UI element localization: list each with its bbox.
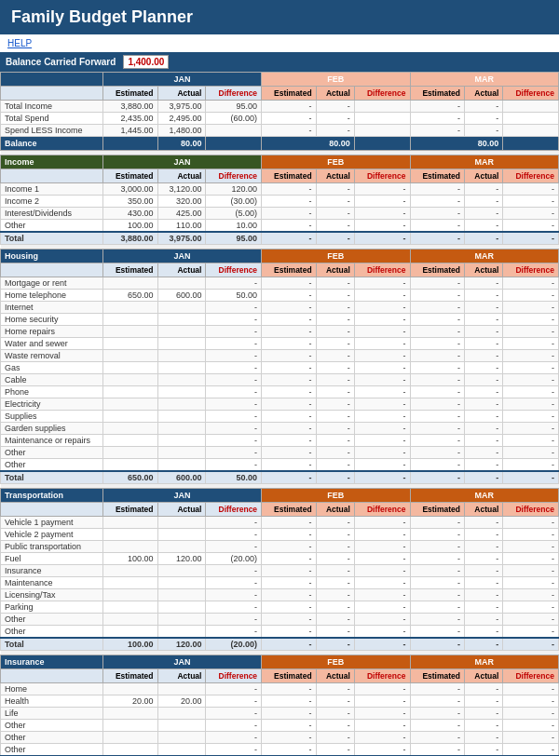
income-month-header: Income JAN FEB MAR	[1, 155, 559, 169]
transport-row: Vehicle 2 payment - - - - - - -	[1, 529, 559, 541]
housing-row: Phone - - - - - - -	[1, 386, 559, 398]
housing-row: Waste removal - - - - - - -	[1, 350, 559, 362]
transport-row: Maintenance - - - - - - -	[1, 577, 559, 589]
insurance-row: Home - - - - - - -	[1, 683, 559, 695]
housing-col-headers: Estimated Actual Difference Estimated Ac…	[1, 263, 559, 277]
summary-col-headers: Estimated Actual Difference Estimated Ac…	[1, 87, 559, 101]
housing-row: Home repairs - - - - - - -	[1, 326, 559, 338]
income-col-headers: Estimated Actual Difference Estimated Ac…	[1, 169, 559, 183]
insurance-row: Other - - - - - - -	[1, 744, 559, 757]
transport-row: Insurance - - - - - - -	[1, 565, 559, 577]
housing-row: Other - - - - - - -	[1, 459, 559, 472]
housing-row: Home security - - - - - - -	[1, 314, 559, 326]
summary-month-header: JAN FEB MAR	[1, 73, 559, 87]
balance-carried-label: Balance Carried Forward	[6, 57, 116, 67]
income-row: Interest/Dividends 430.00 425.00 (5.00) …	[1, 208, 559, 220]
insurance-month-header: Insurance JAN FEB MAR	[1, 655, 559, 669]
feb-act-header: Actual	[316, 87, 354, 101]
income-total-row: Total 3,880.00 3,975.00 95.00 - - - - - …	[1, 232, 559, 245]
income-row: Other 100.00 110.00 10.00 - - - - - -	[1, 220, 559, 233]
app-header: Family Budget Planner HELP	[0, 0, 559, 52]
housing-row: Garden supplies - - - - - - -	[1, 423, 559, 435]
balance-row: Balance 80.00 80.00 80.00	[1, 137, 559, 151]
housing-row: Mortgage or rent - - - - - - -	[1, 277, 559, 290]
housing-row: Gas - - - - - - -	[1, 362, 559, 374]
help-link[interactable]: HELP	[0, 34, 559, 52]
housing-row: Water and sewer - - - - - - -	[1, 338, 559, 350]
feb-diff-header: Difference	[354, 87, 410, 101]
insurance-row: Health 20.00 20.00 - - - - - - -	[1, 695, 559, 708]
summary-row: Total Income 3,880.00 3,975.00 95.00 - -…	[1, 101, 559, 113]
summary-row: Spend LESS Income 1,445.00 1,480.00 - - …	[1, 125, 559, 137]
jan-diff-header: Difference	[206, 87, 262, 101]
housing-section-label: Housing	[1, 250, 103, 263]
transport-row: Other - - - - - - -	[1, 614, 559, 626]
feb-header: FEB	[262, 73, 410, 87]
housing-row: Home telephone 650.00 600.00 50.00 - - -…	[1, 290, 559, 302]
transport-row: Parking - - - - - - -	[1, 601, 559, 614]
mar-header: MAR	[410, 73, 559, 87]
budget-table: JAN FEB MAR Estimated Actual Difference …	[0, 72, 559, 756]
balance-carried-value[interactable]: 1,400.00	[123, 55, 169, 69]
housing-row: Cable - - - - - - -	[1, 374, 559, 386]
transport-row: Public transportation - - - - - - -	[1, 541, 559, 553]
transport-total-row: Total 100.00 120.00 (20.00) - - - - - -	[1, 638, 559, 651]
transport-col-headers: Estimated Actual Difference Estimated Ac…	[1, 503, 559, 517]
income-jan-col: JAN	[103, 155, 262, 169]
income-row: Income 1 3,000.00 3,120.00 120.00 - - - …	[1, 183, 559, 196]
transport-month-header: Transportation JAN FEB MAR	[1, 489, 559, 503]
jan-header: JAN	[103, 73, 262, 87]
mar-est-header: Estimated	[410, 87, 465, 101]
insurance-section-label: Insurance	[1, 655, 103, 669]
housing-row: Other - - - - - - -	[1, 447, 559, 459]
transport-row: Fuel 100.00 120.00 (20.00) - - - - - -	[1, 553, 559, 565]
housing-row: Maintenance or repairs - - - - - - -	[1, 435, 559, 447]
feb-est-header: Estimated	[262, 87, 317, 101]
transport-row: Licensing/Tax - - - - - - -	[1, 589, 559, 601]
balance-carried-row: Balance Carried Forward 1,400.00	[0, 52, 559, 72]
income-section-label: Income	[1, 155, 103, 169]
mar-act-header: Actual	[465, 87, 503, 101]
income-row: Income 2 350.00 320.00 (30.00) - - - - -…	[1, 196, 559, 208]
jan-est-header: Estimated	[103, 87, 158, 101]
insurance-row: Other - - - - - - -	[1, 720, 559, 732]
transport-row: Other - - - - - - -	[1, 626, 559, 639]
summary-row: Total Spend 2,435.00 2,495.00 (60.00) - …	[1, 113, 559, 125]
housing-row: Electricity - - - - - - -	[1, 398, 559, 411]
housing-row: Supplies - - - - - - -	[1, 411, 559, 423]
jan-act-header: Actual	[157, 87, 206, 101]
insurance-row: Other - - - - - - -	[1, 732, 559, 744]
housing-total-row: Total 650.00 600.00 50.00 - - - - - -	[1, 471, 559, 484]
page-title: Family Budget Planner	[11, 7, 193, 26]
mar-diff-header: Difference	[503, 87, 559, 101]
housing-month-header: Housing JAN FEB MAR	[1, 250, 559, 263]
housing-row: Internet - - - - - - -	[1, 302, 559, 314]
transport-section-label: Transportation	[1, 489, 103, 503]
transport-row: Vehicle 1 payment - - - - - - -	[1, 517, 559, 529]
insurance-col-headers: Estimated Actual Difference Estimated Ac…	[1, 669, 559, 683]
insurance-row: Life - - - - - - -	[1, 708, 559, 720]
